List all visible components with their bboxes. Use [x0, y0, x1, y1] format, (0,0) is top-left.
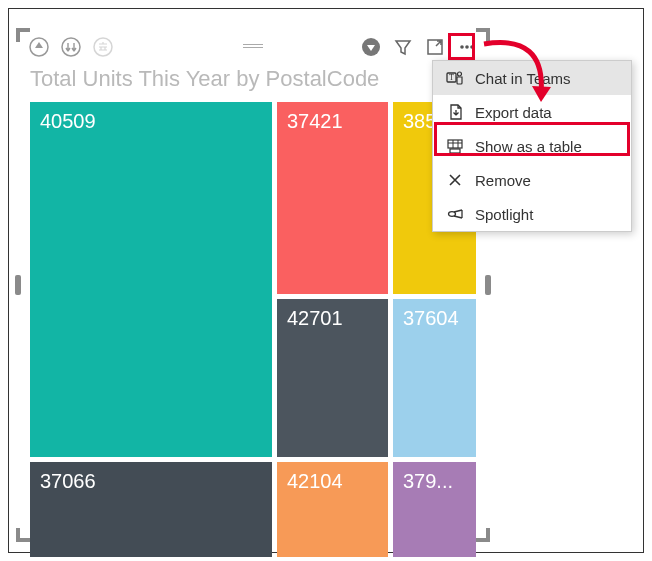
treemap-tile[interactable]: 37066: [30, 462, 272, 557]
spotlight-icon: [445, 204, 465, 224]
menu-item-label: Show as a table: [475, 138, 582, 155]
chart-title: Total Units This Year by PostalCode: [30, 66, 379, 92]
menu-item-label: Spotlight: [475, 206, 533, 223]
treemap-tile[interactable]: 379...: [393, 462, 476, 557]
treemap-tile[interactable]: 37421: [277, 102, 388, 294]
focus-mode-icon[interactable]: [422, 34, 448, 60]
menu-export-data[interactable]: Export data: [433, 95, 631, 129]
table-icon: [445, 136, 465, 156]
treemap-chart[interactable]: 40509 37066 37421 38501 42701 37604 4210…: [30, 102, 476, 557]
menu-item-label: Chat in Teams: [475, 70, 571, 87]
svg-point-7: [470, 45, 474, 49]
menu-item-label: Export data: [475, 104, 552, 121]
svg-point-10: [458, 72, 462, 76]
treemap-tile[interactable]: 40509: [30, 102, 272, 457]
svg-point-6: [465, 45, 469, 49]
more-options-icon[interactable]: [454, 34, 480, 60]
menu-spotlight[interactable]: Spotlight: [433, 197, 631, 231]
filter-icon[interactable]: [390, 34, 416, 60]
resize-handle-mr[interactable]: [485, 275, 491, 295]
drill-down-icon[interactable]: [58, 34, 84, 60]
treemap-tile[interactable]: 37604: [393, 299, 476, 457]
menu-chat-in-teams[interactable]: T Chat in Teams: [433, 61, 631, 95]
visual-container: Total Units This Year by PostalCode 4050…: [18, 30, 488, 540]
export-icon: [445, 102, 465, 122]
treemap-tile[interactable]: 42701: [277, 299, 388, 457]
resize-handle-ml[interactable]: [15, 275, 21, 295]
svg-text:T: T: [449, 73, 454, 82]
resize-handle-bl[interactable]: [16, 528, 30, 542]
drag-handle-icon[interactable]: [243, 44, 263, 50]
svg-point-1: [62, 38, 80, 56]
menu-remove[interactable]: Remove: [433, 163, 631, 197]
menu-item-label: Remove: [475, 172, 531, 189]
expand-next-level-icon[interactable]: [90, 34, 116, 60]
context-menu: T Chat in Teams Export data Show as a ta…: [432, 60, 632, 232]
svg-rect-12: [450, 149, 460, 153]
scroll-down-icon[interactable]: [358, 34, 384, 60]
drill-up-icon[interactable]: [26, 34, 52, 60]
treemap-tile[interactable]: 42104: [277, 462, 388, 557]
svg-rect-11: [448, 140, 462, 148]
remove-icon: [445, 170, 465, 190]
resize-handle-br[interactable]: [476, 528, 490, 542]
menu-show-as-table[interactable]: Show as a table: [433, 129, 631, 163]
svg-point-5: [460, 45, 464, 49]
teams-icon: T: [445, 68, 465, 88]
